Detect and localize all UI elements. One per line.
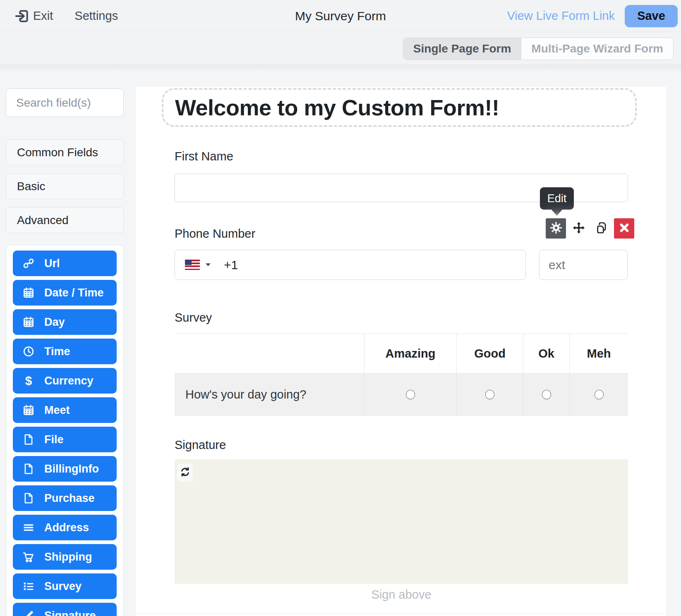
edit-tooltip: Edit — [540, 187, 574, 210]
calendar-icon — [22, 404, 35, 417]
section-divider — [136, 613, 666, 614]
field-button-time[interactable]: Time — [13, 339, 117, 364]
survey-radio-amazing[interactable] — [406, 390, 415, 399]
top-toolbar: Exit Settings My Survey Form View Live F… — [0, 0, 681, 32]
field-button-shipping[interactable]: Shipping — [13, 544, 117, 570]
refresh-icon — [180, 466, 191, 479]
accordion-advanced[interactable]: Advanced — [6, 207, 124, 233]
calendar-icon — [22, 286, 35, 299]
accordion-basic[interactable]: Basic — [6, 173, 124, 199]
file-icon — [22, 433, 35, 446]
chevron-down-icon[interactable] — [206, 263, 211, 266]
save-button[interactable]: Save — [625, 5, 678, 27]
field-button-file[interactable]: File — [13, 427, 117, 452]
signature-clear-button[interactable] — [177, 463, 193, 482]
arrows-move-icon — [572, 221, 585, 236]
pencil-icon — [22, 609, 35, 616]
page-mode-toggle: Single Page Form Multi-Page Wizard Form — [403, 38, 674, 60]
settings-button[interactable]: Settings — [74, 9, 118, 23]
file-icon — [22, 492, 35, 505]
phone-input[interactable]: +1 — [175, 250, 526, 280]
field-button-signature[interactable]: Signature — [13, 603, 117, 616]
survey-corner-cell — [175, 334, 364, 374]
phone-number-field[interactable] — [242, 258, 525, 272]
field-button-meet[interactable]: Meet — [13, 397, 117, 423]
survey-row: How's your day going? — [175, 374, 628, 415]
copy-field-button[interactable] — [591, 218, 611, 239]
survey-radio-ok[interactable] — [542, 390, 551, 399]
delete-field-button[interactable] — [614, 218, 634, 239]
field-toolbar — [546, 218, 634, 239]
field-button-date-time[interactable]: Date / Time — [13, 280, 117, 306]
clock-icon — [22, 345, 35, 358]
mode-bar: Single Page Form Multi-Page Wizard Form — [0, 33, 681, 65]
calendar-icon — [22, 315, 35, 329]
field-button-url[interactable]: Url — [13, 251, 117, 276]
field-sidebar: Common Fields Basic Advanced Url Date / … — [6, 88, 124, 616]
survey-question: How's your day going? — [175, 374, 364, 415]
exit-button[interactable]: Exit — [33, 9, 53, 23]
survey-column-header: Amazing — [364, 334, 456, 374]
form-title-field[interactable]: Welcome to my Custom Form!! — [162, 88, 637, 127]
field-button-address[interactable]: Address — [13, 515, 117, 540]
search-fields-input[interactable] — [6, 88, 124, 117]
survey-table: Amazing Good Ok Meh How's your day going… — [175, 333, 628, 415]
field-button-billinginfo[interactable]: BillingInfo — [13, 456, 117, 482]
field-button-currency[interactable]: $ Currency — [13, 368, 117, 394]
field-button-survey[interactable]: Survey — [13, 573, 117, 599]
form-canvas: Welcome to my Custom Form!! First Name E… — [136, 87, 666, 616]
justify-lines-icon — [22, 521, 35, 534]
list-icon — [22, 580, 35, 593]
survey-label: Survey — [175, 311, 212, 325]
link-icon — [22, 257, 35, 270]
signature-hint: Sign above — [175, 588, 628, 602]
field-button-purchase[interactable]: Purchase — [13, 485, 117, 511]
dollar-icon: $ — [22, 374, 35, 387]
accordion-common-fields[interactable]: Common Fields — [6, 139, 124, 165]
dial-code: +1 — [224, 258, 238, 272]
survey-radio-good[interactable] — [485, 390, 494, 399]
x-icon — [618, 221, 631, 236]
move-field-button[interactable] — [568, 218, 589, 239]
form-title-text: Welcome to my Custom Form!! — [175, 95, 499, 120]
view-live-form-link[interactable]: View Live Form Link — [507, 9, 615, 23]
cart-icon — [22, 550, 35, 563]
survey-column-header: Ok — [523, 334, 569, 374]
edit-field-button[interactable] — [546, 218, 566, 239]
survey-column-header: Good — [456, 334, 523, 374]
single-page-form-tab[interactable]: Single Page Form — [403, 38, 522, 60]
survey-radio-meh[interactable] — [595, 390, 604, 399]
header-shadow — [0, 65, 681, 72]
gear-icon — [549, 221, 563, 236]
survey-column-header: Meh — [569, 334, 628, 374]
us-flag-icon[interactable] — [185, 260, 200, 270]
copy-icon — [595, 221, 608, 236]
file-icon — [22, 462, 35, 475]
signature-label: Signature — [175, 438, 226, 452]
field-button-day[interactable]: Day — [13, 309, 117, 335]
advanced-fields-list: Url Date / Time Day — [6, 245, 124, 616]
exit-icon[interactable] — [14, 8, 30, 24]
signature-pad[interactable] — [175, 459, 628, 584]
phone-ext-input[interactable] — [539, 250, 628, 280]
multi-page-wizard-form-tab[interactable]: Multi-Page Wizard Form — [521, 38, 673, 60]
first-name-label: First Name — [175, 150, 233, 163]
phone-label: Phone Number — [175, 227, 255, 241]
